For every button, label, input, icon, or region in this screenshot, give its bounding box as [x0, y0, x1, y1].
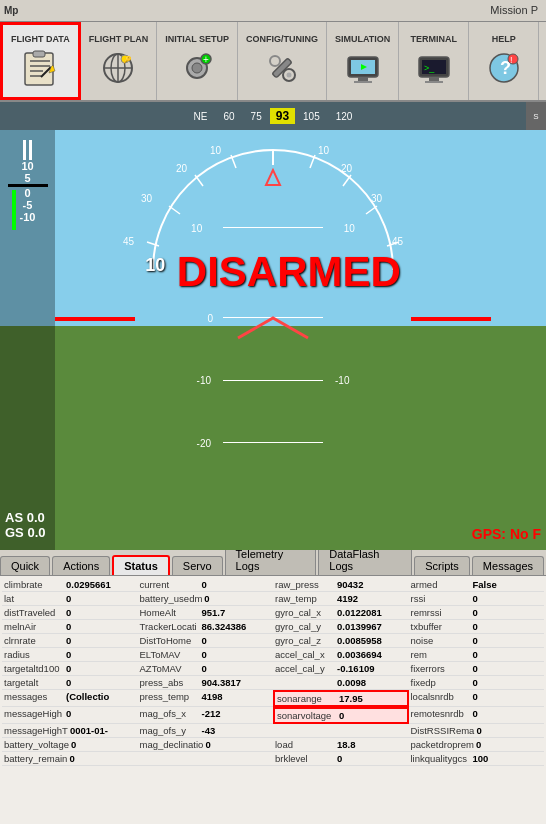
nav-item-config-tuning[interactable]: CONFIG/TUNING [238, 22, 327, 100]
status-key: DistRSSIRema [411, 725, 475, 736]
status-val: 0 [66, 677, 71, 688]
status-key: raw_press [275, 579, 335, 590]
status-key: packetdroprem [411, 739, 474, 750]
status-val: 18.8 [337, 739, 356, 750]
status-cell: raw_temp4192 [273, 592, 409, 606]
status-val: 0 [202, 635, 207, 646]
tab-status[interactable]: Status [112, 555, 170, 575]
app-title: Mission P [490, 4, 538, 16]
status-key: mag_ofs_y [140, 725, 200, 736]
status-key: armed [411, 579, 471, 590]
heading-ne: NE [194, 111, 208, 122]
alt-neg5: -5 [23, 199, 33, 211]
tab-servo[interactable]: Servo [172, 556, 223, 575]
status-val: -212 [202, 708, 221, 722]
status-cell: gyro_cal_x0.0122081 [273, 606, 409, 620]
heading-75: 75 [251, 111, 262, 122]
status-cell: messageHigh0 [2, 707, 138, 724]
tab-quick[interactable]: Quick [0, 556, 50, 575]
status-cell: fixedp0 [409, 676, 545, 690]
nav-item-flight-data[interactable]: FLIGHT DATA [0, 22, 81, 100]
status-val: 0 [202, 579, 207, 590]
nav-item-initial-setup[interactable]: INITIAL SETUP + [157, 22, 238, 100]
svg-point-21 [287, 73, 292, 78]
status-key: gyro_cal_x [275, 607, 335, 618]
status-val: 0 [66, 607, 71, 618]
status-key: battery_voltage [4, 739, 69, 750]
svg-text:30: 30 [141, 193, 153, 204]
status-val: 0 [339, 710, 344, 721]
status-val: 0 [204, 593, 209, 604]
status-val: 17.95 [339, 693, 363, 704]
status-val: 0 [202, 649, 207, 660]
heading-bar: NE 60 75 93 105 120 S [0, 102, 546, 130]
status-key: gyro_cal_y [275, 621, 335, 632]
status-val: 0.0139967 [337, 621, 382, 632]
status-key: raw_temp [275, 593, 335, 604]
nav-item-simulation[interactable]: SIMULATION [327, 22, 399, 100]
status-key: gyro_cal_z [275, 635, 335, 646]
status-val: 0 [473, 593, 478, 604]
terminal-icon: >_ [414, 48, 454, 88]
status-key: rem [411, 649, 471, 660]
tab-messages[interactable]: Messages [472, 556, 544, 575]
status-key [275, 677, 335, 688]
svg-rect-5 [33, 51, 45, 57]
status-val: 0 [473, 635, 478, 646]
status-val: -0.16109 [337, 663, 375, 674]
status-cell: noise0 [409, 634, 545, 648]
heading-current: 93 [270, 108, 295, 124]
nav-item-terminal[interactable]: TERMINAL >_ [399, 22, 469, 100]
status-cell: armedFalse [409, 578, 545, 592]
status-key: TrackerLocati [140, 621, 200, 632]
svg-text:🔑: 🔑 [123, 55, 132, 64]
status-key: brklevel [275, 753, 335, 764]
status-cell: txbuffer0 [409, 620, 545, 634]
status-key: noise [411, 635, 471, 646]
heading-60: 60 [223, 111, 234, 122]
status-key: climbrate [4, 579, 64, 590]
status-cell: mag_ofs_y-43 [138, 724, 274, 738]
status-cell: sonarvoltage0 [273, 707, 409, 724]
status-val: 0 [71, 739, 76, 750]
status-cell: remotesnrdb0 [409, 707, 545, 724]
nav-item-help[interactable]: HELP ? ! [469, 22, 539, 100]
tab-scripts[interactable]: Scripts [414, 556, 470, 575]
status-cell: raw_press90432 [273, 578, 409, 592]
svg-marker-53 [266, 170, 280, 185]
status-val: 0 [205, 739, 210, 750]
status-cell [273, 724, 409, 738]
status-val: 0 [66, 635, 71, 646]
status-cell: ELToMAV0 [138, 648, 274, 662]
pitch-label-10-left: 10 [191, 223, 202, 234]
svg-line-41 [169, 206, 180, 214]
status-cell: DistRSSIRema0 [409, 724, 545, 738]
status-cell: press_temp4198 [138, 690, 274, 707]
status-key: localsnrdb [411, 691, 471, 705]
config-tuning-icon [262, 48, 302, 88]
status-val: 0 [473, 677, 478, 688]
status-cell: accel_cal_y-0.16109 [273, 662, 409, 676]
nav-item-flight-plan[interactable]: FLIGHT PLAN 🔑 [81, 22, 158, 100]
status-val: 0 [66, 663, 71, 674]
status-cell: radius0 [2, 648, 138, 662]
status-val: 0.0085958 [337, 635, 382, 646]
svg-text:10: 10 [318, 145, 330, 156]
airspeed-value: 0.0 [27, 510, 45, 525]
tabs-area: Quick Actions Status Servo Telemetry Log… [0, 550, 546, 576]
tab-actions[interactable]: Actions [52, 556, 110, 575]
disarmed-prefix: 10 [145, 255, 165, 275]
status-key: messageHighT [4, 725, 68, 736]
status-val: 4192 [337, 593, 358, 604]
status-cell: HomeAlt951.7 [138, 606, 274, 620]
status-cell: packetdroprem0 [409, 738, 545, 752]
pitch-label-0: 0 [207, 313, 213, 324]
status-val: 90432 [337, 579, 363, 590]
aircraft-chevron [233, 313, 313, 343]
nav-label-simulation: SIMULATION [335, 34, 390, 44]
pitch-label-neg20: -20 [197, 438, 211, 449]
status-key: ELToMAV [140, 649, 200, 660]
status-val: 0.0295661 [66, 579, 111, 590]
status-key: rssi [411, 593, 471, 604]
status-val: 86.324386 [202, 621, 247, 632]
